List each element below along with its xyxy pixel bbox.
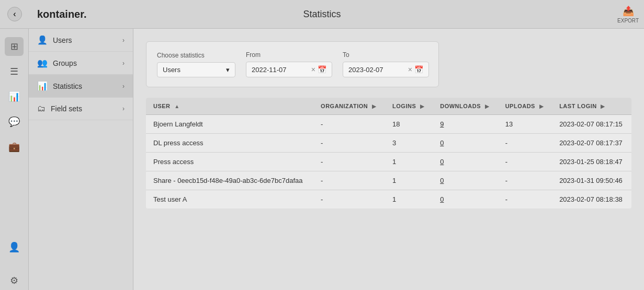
rail-icon-person[interactable]: 👤: [5, 238, 24, 257]
cell-uploads: 13: [498, 115, 552, 134]
chevron-right-icon: ›: [122, 37, 125, 44]
cell-logins: 1: [385, 171, 433, 190]
sidebar-item-users[interactable]: 👤 Users ›: [29, 29, 133, 52]
from-group: From 2022-11-07 × 📅: [246, 51, 332, 77]
rail-icon-settings[interactable]: ⚙: [5, 271, 24, 290]
to-date-input[interactable]: 2023-02-07 × 📅: [343, 62, 429, 77]
chevron-right-icon-fieldsets: ›: [122, 105, 125, 112]
select-value: Users: [163, 66, 180, 74]
choose-statistics-label: Choose statistics: [157, 52, 235, 59]
to-calendar-icon[interactable]: 📅: [414, 65, 423, 74]
cell-user: Share - 0eecb15d-f48e-49a0-ab3c-6de7bc7d…: [146, 171, 313, 190]
cell-organization: -: [313, 190, 385, 209]
table-row: DL press access - 3 0 - 2023-02-07 08:17…: [146, 134, 631, 153]
col-last-login[interactable]: LAST LOGIN ▶: [552, 98, 631, 115]
from-clear-icon[interactable]: ×: [311, 65, 315, 74]
cell-last-login: 2023-02-07 08:17:15: [552, 115, 631, 134]
sidebar-label-statistics: Statistics: [53, 82, 82, 90]
sort-icon-logins: ▶: [420, 103, 425, 109]
from-date-value: 2022-11-07: [252, 66, 309, 74]
sort-icon-uploads: ▶: [539, 103, 544, 109]
statistics-table: USER ▲ ORGANIZATION ▶ LOGINS ▶ DOWNLOADS…: [146, 98, 631, 208]
col-downloads[interactable]: DOWNLOADS ▶: [433, 98, 498, 115]
sort-icon-org: ▶: [372, 103, 377, 109]
rail-icon-grid[interactable]: ⊞: [5, 37, 24, 56]
to-date-value: 2023-02-07: [348, 66, 406, 74]
page-title: Statistics: [303, 9, 341, 20]
col-organization[interactable]: ORGANIZATION ▶: [313, 98, 385, 115]
cell-last-login: 2023-01-25 08:18:47: [552, 153, 631, 171]
from-date-input[interactable]: 2022-11-07 × 📅: [246, 62, 332, 77]
table-row: Share - 0eecb15d-f48e-49a0-ab3c-6de7bc7d…: [146, 171, 631, 190]
icon-rail: ⊞ ☰ 📊 💬 💼 👤 ⚙: [0, 29, 29, 290]
fieldsets-icon: 🗂: [37, 104, 46, 113]
downloads-link[interactable]: 0: [440, 158, 444, 166]
table-row: Bjoern Langfeldt - 18 9 13 2023-02-07 08…: [146, 115, 631, 134]
sidebar-label-groups: Groups: [53, 59, 77, 67]
downloads-link[interactable]: 0: [440, 177, 444, 184]
cell-last-login: 2023-01-31 09:50:46: [552, 171, 631, 190]
from-calendar-icon[interactable]: 📅: [318, 65, 326, 74]
choose-statistics-group: Choose statistics Users ▾: [157, 52, 235, 77]
to-clear-icon[interactable]: ×: [408, 65, 412, 74]
sidebar-item-groups[interactable]: 👥 Groups ›: [29, 52, 133, 75]
cell-user: DL press access: [146, 134, 313, 153]
sidebar-label-users: Users: [53, 36, 72, 44]
cell-organization: -: [313, 134, 385, 153]
sidebar-item-statistics[interactable]: 📊 Statistics ›: [29, 75, 133, 98]
col-user[interactable]: USER ▲: [146, 98, 313, 115]
table-body: Bjoern Langfeldt - 18 9 13 2023-02-07 08…: [146, 115, 631, 209]
users-icon: 👤: [37, 35, 48, 45]
sort-icon-lastlogin: ▶: [601, 103, 605, 109]
sort-asc-icon: ▲: [174, 103, 179, 109]
cell-downloads: 0: [433, 190, 498, 209]
filter-card: Choose statistics Users ▾ From 2022-11-0…: [146, 41, 439, 87]
cell-user: Bjoern Langfeldt: [146, 115, 313, 134]
statistics-type-select[interactable]: Users ▾: [157, 62, 235, 77]
table-row: Test user A - 1 0 - 2023-02-07 08:18:38: [146, 190, 631, 209]
cell-downloads: 0: [433, 171, 498, 190]
cell-logins: 3: [385, 134, 433, 153]
cell-uploads: -: [498, 190, 552, 209]
rail-icon-bag[interactable]: 💼: [5, 137, 24, 156]
cell-logins: 1: [385, 190, 433, 209]
groups-icon: 👥: [37, 58, 48, 68]
statistics-icon: 📊: [37, 81, 48, 91]
cell-organization: -: [313, 171, 385, 190]
cell-user: Test user A: [146, 190, 313, 209]
cell-uploads: -: [498, 134, 552, 153]
cell-downloads: 9: [433, 115, 498, 134]
sort-icon-downloads: ▶: [485, 103, 490, 109]
export-button[interactable]: 📤 EXPORT: [617, 5, 639, 24]
back-button[interactable]: ‹: [7, 7, 22, 21]
from-label: From: [246, 51, 332, 59]
table-header: USER ▲ ORGANIZATION ▶ LOGINS ▶ DOWNLOADS…: [146, 98, 631, 115]
cell-downloads: 0: [433, 134, 498, 153]
sidebar: 👤 Users › 👥 Groups › 📊 Statistics › 🗂 Fi…: [29, 29, 133, 290]
sidebar-label-fieldsets: Field sets: [51, 105, 82, 113]
cell-uploads: -: [498, 153, 552, 171]
to-label: To: [343, 51, 429, 59]
cell-uploads: -: [498, 171, 552, 190]
cell-last-login: 2023-02-07 08:18:38: [552, 190, 631, 209]
downloads-link[interactable]: 0: [440, 195, 444, 203]
table-row: Press access - 1 0 - 2023-01-25 08:18:47: [146, 153, 631, 171]
cell-logins: 1: [385, 153, 433, 171]
chevron-down-icon: ▾: [226, 66, 230, 74]
rail-icon-list[interactable]: ☰: [5, 62, 24, 81]
cell-organization: -: [313, 115, 385, 134]
chevron-right-icon-groups: ›: [122, 60, 125, 67]
downloads-link[interactable]: 9: [440, 120, 444, 128]
downloads-link[interactable]: 0: [440, 139, 444, 147]
rail-icon-message[interactable]: 💬: [5, 112, 24, 131]
sidebar-item-fieldsets[interactable]: 🗂 Field sets ›: [29, 98, 133, 120]
col-uploads[interactable]: UPLOADS ▶: [498, 98, 552, 115]
to-group: To 2023-02-07 × 📅: [343, 51, 429, 77]
main-content: Choose statistics Users ▾ From 2022-11-0…: [133, 29, 644, 290]
rail-icon-chart[interactable]: 📊: [5, 87, 24, 106]
col-logins[interactable]: LOGINS ▶: [385, 98, 433, 115]
statistics-table-container: USER ▲ ORGANIZATION ▶ LOGINS ▶ DOWNLOADS…: [146, 98, 631, 208]
cell-logins: 18: [385, 115, 433, 134]
chevron-right-icon-statistics: ›: [122, 83, 125, 90]
logo: kontainer.: [29, 0, 133, 29]
